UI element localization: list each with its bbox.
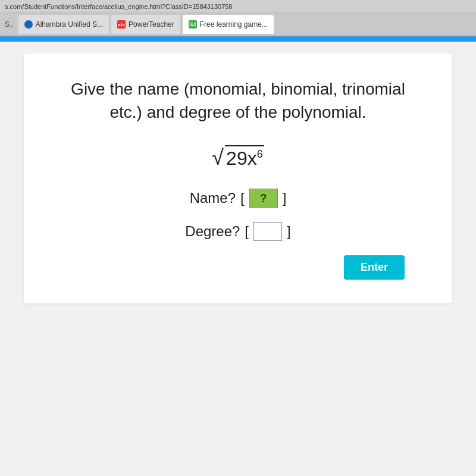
question-text: Give the name (monomial, binomial, trino… (60, 77, 416, 124)
sqrt-symbol: √ (212, 147, 224, 168)
degree-input-box[interactable] (253, 222, 282, 241)
tab-alhambra[interactable]: Alhambra Unified S... (18, 15, 109, 34)
name-input-box[interactable]: ? (249, 189, 278, 208)
sqrt-expression: √ 29x6 (212, 145, 264, 170)
alhambra-favicon (24, 20, 33, 29)
powerteacher-favicon: sis (117, 20, 126, 29)
enter-button[interactable]: Enter (344, 255, 405, 280)
tab-freelearning-label: Free learning game... (200, 20, 268, 29)
name-label: Name? (190, 190, 236, 206)
name-close-bracket: ] (283, 190, 287, 206)
name-value: ? (253, 192, 274, 205)
tab-dots: S.. (5, 20, 14, 29)
tab-alhambra-label: Alhambra Unified S... (36, 20, 103, 29)
tab-powerteacher-label: PowerTeacher (129, 20, 174, 29)
name-open-bracket: [ (240, 190, 245, 206)
degree-open-bracket: [ (245, 223, 249, 240)
tab-bar: S.. Alhambra Unified S... sis PowerTeach… (0, 13, 476, 37)
tab-powerteacher[interactable]: sis PowerTeacher (111, 15, 180, 34)
degree-row: Degree? [ ] (60, 222, 416, 241)
polynomial-display: √ 29x6 (60, 145, 416, 170)
main-content: Give the name (monomial, binomial, trino… (24, 54, 452, 303)
enter-btn-area: Enter (60, 255, 416, 280)
url-text: s.com/StudentFunctions/Interface/acelius… (5, 3, 233, 10)
blue-stripe (0, 37, 476, 42)
url-bar: s.com/StudentFunctions/Interface/acelius… (0, 0, 476, 13)
degree-label: Degree? (185, 223, 240, 240)
freelearning-favicon: SJ (189, 20, 197, 29)
sqrt-radicand: 29x6 (225, 145, 264, 170)
tab-freelearning[interactable]: SJ Free learning game... (183, 15, 274, 34)
name-row: Name? [ ? ] (60, 189, 416, 208)
degree-close-bracket: ] (287, 223, 291, 240)
exponent: 6 (257, 149, 263, 161)
